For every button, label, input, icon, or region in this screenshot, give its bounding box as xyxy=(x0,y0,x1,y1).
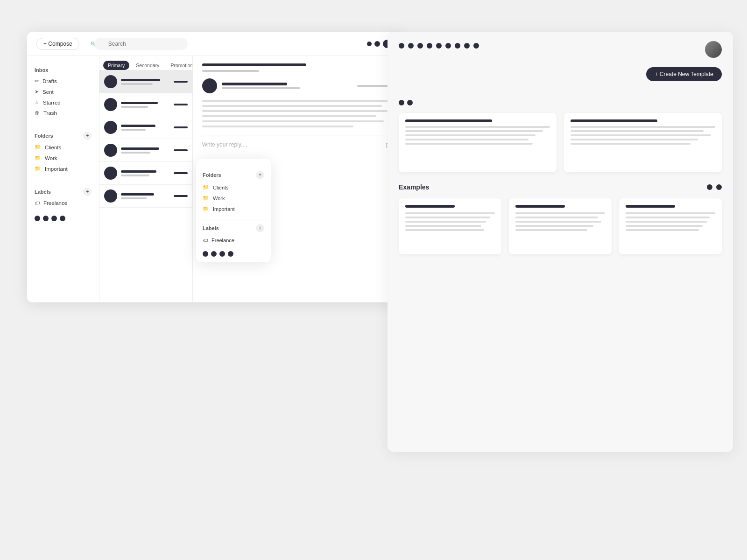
sidebar-item-sent[interactable]: ➤ Sent xyxy=(27,86,99,97)
tab-promotions[interactable]: Promotions xyxy=(166,61,193,70)
email-item-5[interactable] xyxy=(99,162,192,185)
body-line-2 xyxy=(202,105,382,107)
ex-body-3-2 xyxy=(626,217,710,218)
avatar-2 xyxy=(104,98,117,111)
template-dots-row xyxy=(399,100,722,105)
email-body-line-3 xyxy=(121,129,146,131)
create-template-button[interactable]: + Create New Template xyxy=(646,67,722,81)
examples-section: Examples xyxy=(399,183,722,254)
sidebar-item-important[interactable]: 📁 Important xyxy=(27,163,99,174)
t-icon-6 xyxy=(445,43,451,49)
second-sidebar-freelance[interactable]: 🏷 Freelance xyxy=(196,235,271,245)
second-divider xyxy=(196,219,271,219)
second-important-icon: 📁 xyxy=(203,206,209,212)
t-icon-7 xyxy=(455,43,460,49)
template-card-1[interactable] xyxy=(399,113,557,172)
card-body-2-1 xyxy=(571,126,715,128)
second-add-folder-button[interactable]: + xyxy=(256,171,264,179)
email-list: Primary Secondary Promotions xyxy=(99,56,193,302)
examples-dot-1 xyxy=(707,184,712,190)
ex-body-1-3 xyxy=(405,221,486,223)
search-wrapper xyxy=(87,38,188,50)
template-card-2[interactable] xyxy=(564,113,722,172)
second-add-label-button[interactable]: + xyxy=(256,224,264,232)
drafts-label: Drafts xyxy=(42,78,57,84)
tab-secondary[interactable]: Secondary xyxy=(131,61,164,70)
add-folder-button[interactable]: + xyxy=(83,132,92,140)
ex-body-2-5 xyxy=(515,229,587,231)
template-panel: + Create New Template Exam xyxy=(388,32,733,452)
example-card-1[interactable] xyxy=(399,198,501,254)
ex-body-3-4 xyxy=(626,225,703,227)
sidebar-dot-1 xyxy=(35,216,40,221)
email-preview-3 xyxy=(121,125,170,131)
examples-dots xyxy=(707,184,722,190)
drafts-icon: ✏ xyxy=(35,78,39,84)
example-card-2[interactable] xyxy=(509,198,612,254)
avatar-5 xyxy=(104,167,117,180)
second-freelance-label: Freelance xyxy=(211,238,234,243)
email-item-2[interactable] xyxy=(99,93,192,116)
email-subject-line-2 xyxy=(121,102,158,104)
ex-title-2 xyxy=(515,205,565,208)
reply-placeholder[interactable]: Write your reply.... xyxy=(202,141,386,148)
folders-section-header: Folders + xyxy=(27,128,99,142)
email-item-4[interactable] xyxy=(99,139,192,162)
second-folders-label: Folders xyxy=(203,172,221,178)
work-label: Work xyxy=(45,155,57,161)
ex-title-3 xyxy=(626,205,675,208)
sidebar-item-work[interactable]: 📁 Work xyxy=(27,153,99,163)
sidebar-item-freelance[interactable]: 🏷 Freelance xyxy=(27,198,99,208)
sidebar-dot-2 xyxy=(43,216,49,221)
sidebar-item-starred[interactable]: ☆ Starred xyxy=(27,97,99,108)
sidebar-item-clients[interactable]: 📁 Clients xyxy=(27,142,99,153)
detail-sender-sub-line xyxy=(222,87,300,89)
sidebar-item-drafts[interactable]: ✏ Drafts xyxy=(27,76,99,86)
examples-dot-2 xyxy=(716,184,722,190)
clients-label: Clients xyxy=(45,145,61,150)
second-sidebar-work[interactable]: 📁 Work xyxy=(196,193,271,203)
examples-cards xyxy=(399,198,722,254)
email-date-4 xyxy=(174,149,188,151)
sidebar-dot-4 xyxy=(60,216,65,221)
ex-body-3-5 xyxy=(626,229,699,231)
t-icon-1 xyxy=(399,43,404,49)
sidebar-item-trash[interactable]: 🗑 Trash xyxy=(27,108,99,118)
card-body-2-2 xyxy=(571,130,704,132)
email-item-3[interactable] xyxy=(99,116,192,139)
second-bottom-dots xyxy=(196,245,271,257)
tpl-dot-2 xyxy=(407,100,413,105)
second-sidebar-important[interactable]: 📁 Important xyxy=(196,203,271,214)
second-dot-4 xyxy=(228,251,233,257)
sidebar-bottom-dots xyxy=(27,208,99,221)
card-body-1-5 xyxy=(405,143,533,145)
body-line-6 xyxy=(202,126,353,127)
ex-body-1-1 xyxy=(405,212,495,214)
example-card-3[interactable] xyxy=(619,198,722,254)
email-item-1[interactable] xyxy=(99,70,192,93)
email-date-5 xyxy=(174,172,188,174)
search-input[interactable] xyxy=(94,38,188,50)
freelance-label: Freelance xyxy=(43,200,67,206)
tab-primary[interactable]: Primary xyxy=(103,61,129,70)
detail-sender-name-line xyxy=(222,83,287,85)
ex-body-2-1 xyxy=(515,212,605,214)
trash-label: Trash xyxy=(43,110,57,116)
sent-label: Sent xyxy=(42,89,54,95)
second-sidebar-clients[interactable]: 📁 Clients xyxy=(196,182,271,193)
second-dot-2 xyxy=(211,251,217,257)
email-subject-line-6 xyxy=(121,193,154,196)
clients-folder-icon: 📁 xyxy=(35,144,41,150)
email-preview-6 xyxy=(121,193,170,199)
examples-title: Examples xyxy=(399,183,429,191)
email-body-line-5 xyxy=(121,175,149,176)
t-icon-8 xyxy=(464,43,470,49)
email-preview-1 xyxy=(121,79,170,85)
compose-button[interactable]: + Compose xyxy=(36,38,79,50)
ex-body-3-3 xyxy=(626,221,707,223)
add-label-button[interactable]: + xyxy=(83,188,92,196)
detail-subject-line xyxy=(202,63,306,66)
second-clients-icon: 📁 xyxy=(203,184,209,190)
ex-body-2-4 xyxy=(515,225,593,227)
email-item-6[interactable] xyxy=(99,185,192,208)
